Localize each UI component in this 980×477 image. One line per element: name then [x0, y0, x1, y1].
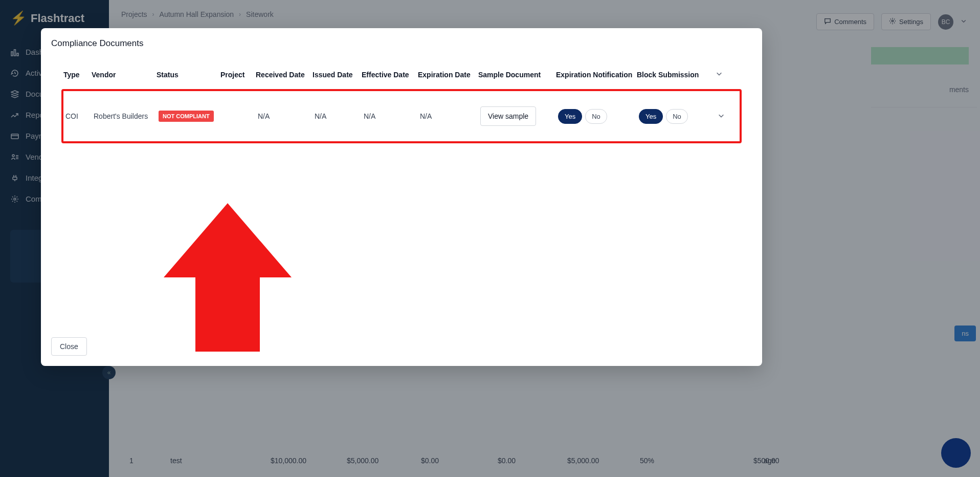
col-effective: Effective Date [362, 71, 418, 79]
header-expand-toggle[interactable] [707, 70, 723, 79]
table-header: Type Vendor Status Project Received Date… [61, 70, 742, 89]
table-row: COI Robert's Builders NOT COMPLIANT N/A … [61, 89, 742, 143]
cell-status: NOT COMPLIANT [159, 111, 222, 122]
compliance-documents-modal: Compliance Documents Type Vendor Status … [41, 28, 762, 366]
col-received: Received Date [256, 71, 313, 79]
status-badge: NOT COMPLIANT [159, 111, 214, 122]
col-issued: Issued Date [313, 71, 362, 79]
cell-sample: View sample [480, 106, 558, 126]
notification-toggle: Yes No [558, 109, 607, 124]
modal-body: Type Vendor Status Project Received Date… [41, 55, 762, 330]
view-sample-button[interactable]: View sample [480, 106, 536, 126]
col-type: Type [63, 71, 92, 79]
modal-footer: Close [41, 330, 762, 366]
annotation-arrow-icon [164, 203, 292, 352]
chat-launcher[interactable] [941, 438, 971, 468]
block-yes[interactable]: Yes [639, 109, 663, 124]
block-toggle: Yes No [639, 109, 688, 124]
cell-type: COI [65, 112, 94, 120]
modal-title: Compliance Documents [41, 28, 762, 55]
cell-block: Yes No [639, 109, 709, 124]
block-no[interactable]: No [666, 109, 688, 124]
notification-yes[interactable]: Yes [558, 109, 582, 124]
col-project: Project [220, 71, 256, 79]
row-expand-toggle[interactable] [709, 112, 725, 121]
col-notification: Expiration Notification [556, 71, 637, 79]
col-block: Block Submission [637, 71, 707, 79]
close-button[interactable]: Close [51, 337, 87, 356]
cell-received: N/A [258, 112, 315, 120]
notification-no[interactable]: No [585, 109, 607, 124]
cell-expiration: N/A [420, 112, 480, 120]
col-expiration: Expiration Date [418, 71, 478, 79]
cell-notification: Yes No [558, 109, 639, 124]
col-status: Status [157, 71, 220, 79]
cell-issued: N/A [315, 112, 364, 120]
cell-effective: N/A [364, 112, 420, 120]
col-vendor: Vendor [92, 71, 157, 79]
cell-vendor: Robert's Builders [94, 112, 159, 120]
col-sample: Sample Document [478, 71, 556, 79]
